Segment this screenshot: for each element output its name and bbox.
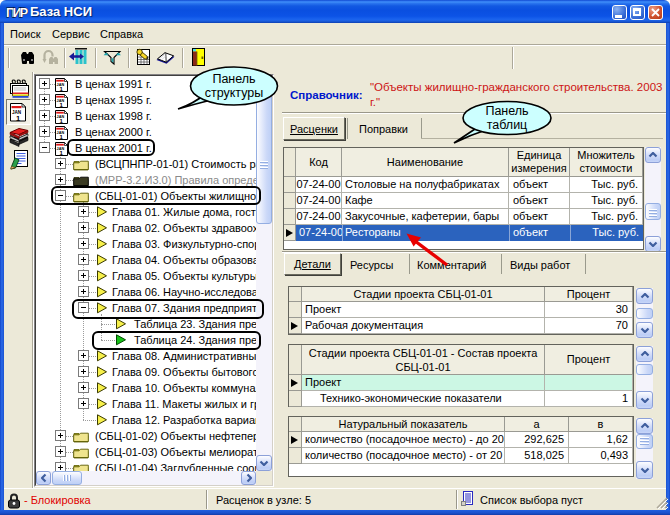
svg-text:структуры: структуры [205, 86, 264, 100]
svg-text:таблиц: таблиц [487, 118, 528, 132]
svg-text:1: 1 [16, 114, 20, 122]
svg-text:Панель: Панель [485, 104, 528, 118]
svg-text:ПИР: ПИР [6, 6, 28, 20]
svg-text:Панель: Панель [212, 72, 255, 86]
